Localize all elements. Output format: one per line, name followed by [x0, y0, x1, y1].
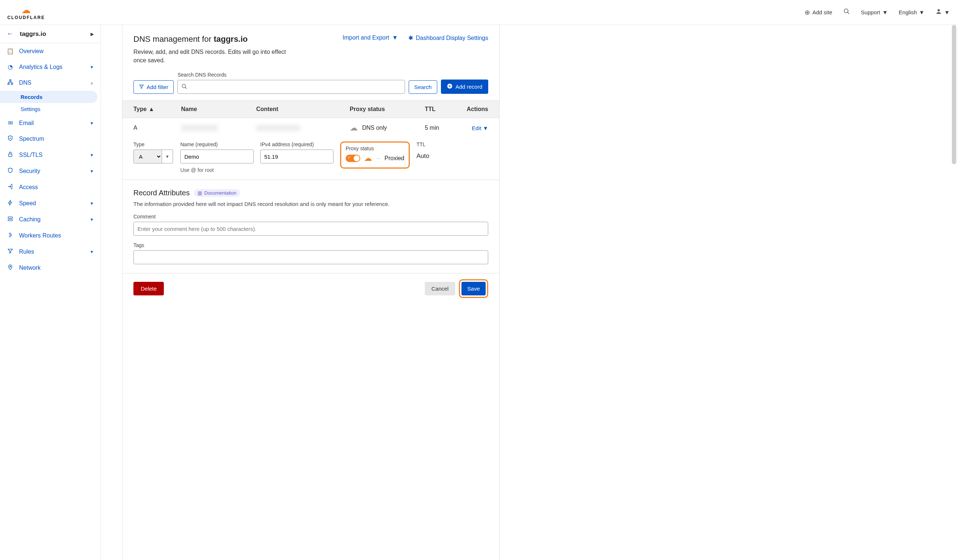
- arrow-right-icon: →: [376, 155, 381, 161]
- cell-content: [256, 125, 350, 131]
- svg-rect-4: [8, 83, 9, 84]
- sidebar-item-spectrum[interactable]: Spectrum: [0, 131, 100, 147]
- delete-button[interactable]: Delete: [133, 282, 164, 295]
- sidebar-item-speed[interactable]: Speed ▼: [0, 196, 100, 211]
- chevron-down-icon: ▼: [392, 35, 398, 41]
- add-site-label: Add site: [812, 9, 832, 16]
- language-menu[interactable]: English ▼: [899, 9, 924, 16]
- col-header-type[interactable]: Type ▲: [133, 106, 181, 112]
- sidebar-item-overview[interactable]: 📋 Overview: [0, 43, 100, 59]
- svg-rect-8: [8, 219, 13, 221]
- sidebar-subitem-records[interactable]: Records: [0, 91, 98, 103]
- form-actions: Delete Cancel Save: [122, 273, 499, 304]
- col-header-content[interactable]: Content: [256, 106, 350, 112]
- cloud-icon: ☁: [21, 5, 31, 15]
- chevron-down-icon: ▼: [90, 249, 94, 254]
- back-arrow-icon[interactable]: ←: [6, 30, 13, 38]
- sidebar-item-rules[interactable]: Rules ▼: [0, 244, 100, 260]
- import-export-link[interactable]: Import and Export ▼: [343, 35, 398, 41]
- account-menu[interactable]: ▼: [935, 8, 950, 16]
- sidebar-item-email[interactable]: ✉ Email ▼: [0, 115, 100, 131]
- field-label-ttl: TTL: [416, 142, 429, 147]
- sidebar-subitem-settings[interactable]: Settings: [0, 103, 100, 115]
- chevron-down-icon: ▼: [483, 125, 488, 131]
- sidebar-item-caching[interactable]: Caching ▼: [0, 211, 100, 227]
- sidebar-item-label: Network: [19, 265, 41, 271]
- database-icon: [6, 216, 14, 223]
- bolt-icon: [6, 200, 14, 207]
- sidebar-item-label: Caching: [19, 216, 41, 223]
- col-header-ttl[interactable]: TTL: [425, 106, 461, 112]
- save-button[interactable]: Save: [461, 282, 486, 295]
- button-label: Save: [467, 286, 480, 292]
- user-icon: [935, 8, 942, 16]
- sidebar-item-ssl[interactable]: SSL/TLS ▼: [0, 147, 100, 163]
- svg-rect-7: [8, 217, 13, 218]
- chevron-down-icon: ▼: [919, 9, 924, 16]
- sidebar-item-label: DNS: [19, 79, 32, 86]
- comment-input[interactable]: [133, 222, 488, 236]
- scrollbar[interactable]: [952, 25, 956, 164]
- language-label: English: [899, 9, 917, 16]
- brand-logo[interactable]: ☁ CLOUDFLARE: [7, 5, 45, 20]
- tags-input[interactable]: [133, 250, 488, 264]
- sidebar-item-security[interactable]: Security ▼: [0, 163, 100, 179]
- shield-icon: [6, 167, 14, 175]
- save-highlight: Save: [459, 279, 488, 298]
- button-label: Search: [414, 84, 432, 90]
- cell-ttl: 5 min: [425, 125, 461, 131]
- documentation-link[interactable]: ▥ Documentation: [194, 189, 240, 197]
- sort-asc-icon: ▲: [148, 106, 154, 112]
- sidebar-item-analytics[interactable]: ◔ Analytics & Logs ▼: [0, 59, 100, 75]
- svg-rect-5: [11, 83, 13, 84]
- sidebar-item-access[interactable]: Access: [0, 179, 100, 196]
- svg-point-9: [9, 266, 11, 267]
- proxy-toggle[interactable]: [346, 155, 360, 162]
- button-label: Add filter: [147, 84, 168, 90]
- cell-name: [181, 125, 256, 131]
- chevron-right-icon[interactable]: ▶: [90, 32, 94, 37]
- sidebar-item-workers[interactable]: Workers Routes: [0, 227, 100, 244]
- sidebar-item-label: SSL/TLS: [19, 152, 43, 158]
- search-button[interactable]: Search: [409, 80, 437, 94]
- sidebar-item-dns[interactable]: DNS ▲: [0, 75, 100, 91]
- svg-rect-6: [8, 154, 12, 156]
- svg-point-0: [844, 9, 848, 13]
- breadcrumb: ← taggrs.io ▶: [0, 25, 100, 43]
- search-icon: [843, 8, 850, 16]
- field-label-type: Type: [133, 142, 174, 147]
- name-input[interactable]: [180, 150, 254, 164]
- book-icon: ▥: [197, 190, 202, 196]
- col-header-actions: Actions: [461, 106, 488, 112]
- select-dropdown-button[interactable]: ▼: [162, 150, 173, 164]
- svg-rect-3: [9, 79, 11, 80]
- support-label: Support: [861, 9, 880, 16]
- funnel-icon: [6, 248, 14, 256]
- edit-link[interactable]: Edit ▼: [461, 125, 488, 131]
- display-settings-link[interactable]: ✱ Dashboard Display Settings: [408, 35, 488, 41]
- sidebar-item-network[interactable]: Network: [0, 260, 100, 276]
- type-select[interactable]: A: [133, 150, 162, 164]
- cell-type: A: [133, 125, 181, 131]
- main-content: DNS management for taggrs.io Review, add…: [101, 25, 957, 560]
- brand-text: CLOUDFLARE: [7, 16, 45, 20]
- add-filter-button[interactable]: Add filter: [133, 80, 174, 94]
- add-site-link[interactable]: ⊕ Add site: [804, 8, 832, 16]
- cancel-button[interactable]: Cancel: [425, 282, 455, 295]
- sitemap-icon: [6, 79, 14, 87]
- svg-line-11: [185, 87, 186, 89]
- support-menu[interactable]: Support ▼: [861, 9, 888, 16]
- sidebar-item-label: Email: [19, 120, 34, 126]
- record-attributes: Record Attributes ▥ Documentation The in…: [122, 180, 499, 273]
- sidebar-item-label: Access: [19, 184, 38, 191]
- ip-input[interactable]: [260, 150, 333, 164]
- gear-icon: ✱: [408, 35, 413, 41]
- header-search-button[interactable]: [843, 8, 850, 16]
- field-label-comment: Comment: [133, 214, 488, 219]
- breadcrumb-domain: taggrs.io: [20, 30, 90, 38]
- cell-proxy: ☁ DNS only: [350, 123, 425, 133]
- col-header-name[interactable]: Name: [181, 106, 256, 112]
- col-header-proxy[interactable]: Proxy status: [350, 106, 425, 112]
- add-record-button[interactable]: Add record: [441, 79, 488, 94]
- search-input[interactable]: [190, 84, 401, 90]
